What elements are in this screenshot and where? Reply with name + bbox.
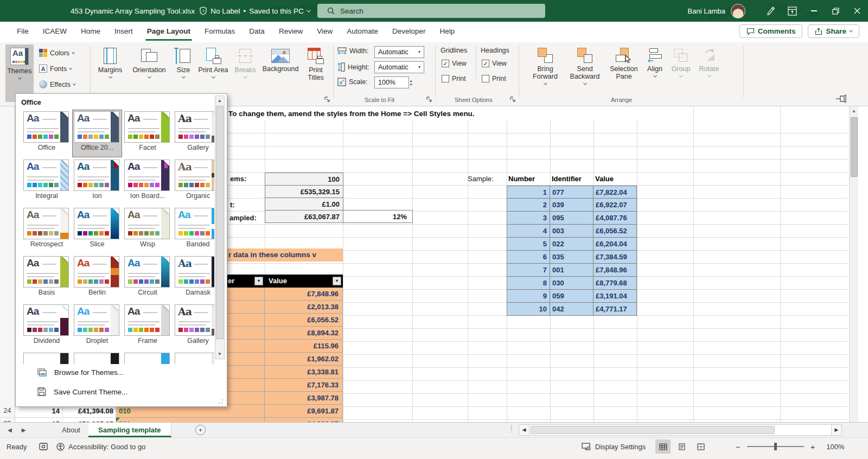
close-button[interactable]	[846, 0, 868, 22]
sheet-options-dialog-launcher[interactable]	[509, 95, 516, 103]
user-name[interactable]: Bani Lamba	[688, 7, 725, 15]
sheet-nav-left-icon[interactable]: ◀	[8, 427, 12, 433]
vertical-scroll-thumb[interactable]	[851, 117, 858, 177]
number-cell[interactable]: 15	[15, 418, 63, 422]
value-cell[interactable]: £7,848.96	[265, 288, 343, 301]
sample-cell[interactable]: £4,771.17	[593, 303, 637, 316]
sheet-tab-sampling-template[interactable]: Sampling template	[88, 423, 171, 437]
ribbon-tab-automate[interactable]: Automate	[340, 22, 385, 42]
summary-value-cell[interactable]: £1.00	[265, 197, 343, 211]
theme-retrospect[interactable]: AaRetrospect	[22, 207, 71, 253]
sample-cell[interactable]: £7,822.04	[593, 186, 637, 199]
theme-gallery[interactable]: AaGallery	[174, 110, 214, 157]
sample-cell[interactable]: 059	[550, 290, 593, 303]
page-layout-view-button[interactable]	[674, 439, 690, 454]
minimize-button[interactable]	[803, 0, 825, 22]
sample-cell[interactable]: 10	[507, 303, 550, 316]
comments-button[interactable]: Comments	[739, 24, 803, 38]
horizontal-scroll-thumb[interactable]	[531, 426, 775, 434]
scale-spinner[interactable]: ▴▾	[410, 76, 418, 88]
gridlines-view-checkbox[interactable]: ✓View	[442, 60, 467, 67]
height-select[interactable]: Automatic▾	[374, 61, 424, 73]
print-titles-button[interactable]: Print Titles	[302, 44, 330, 102]
horizontal-scrollbar[interactable]: ◀ ▶	[519, 424, 842, 436]
macro-record-button[interactable]	[39, 438, 48, 455]
align-button[interactable]: Align	[643, 44, 666, 102]
resize-grip[interactable]	[218, 399, 224, 404]
sample-cell[interactable]: 030	[550, 277, 593, 290]
value-cell[interactable]: £1,962.02	[265, 353, 343, 366]
value-cell[interactable]: £115.96	[265, 340, 343, 353]
theme-slice[interactable]: AaSlice	[73, 207, 122, 253]
summary-value-cell[interactable]: 100	[265, 173, 343, 186]
filter-button[interactable]: ▾	[333, 277, 341, 285]
pane-splitter[interactable]: ⋮⋮	[509, 425, 515, 432]
sample-cell[interactable]: 001	[550, 264, 593, 277]
ribbon-tab-insert[interactable]: Insert	[107, 22, 140, 42]
value-header-cell[interactable]: Value ▾	[265, 275, 343, 288]
scroll-right-icon[interactable]: ▶	[831, 424, 842, 436]
value-cell[interactable]: £2,013.38	[265, 301, 343, 314]
ink-pen-button[interactable]	[760, 0, 781, 22]
gallery-scroll-thumb[interactable]	[216, 106, 224, 339]
theme-integral[interactable]: AaIntegral	[22, 158, 71, 205]
sample-cell[interactable]: £6,056.52	[593, 225, 637, 238]
breaks-button[interactable]: Breaks	[231, 44, 259, 102]
theme-office-20-[interactable]: AaOffice 20...	[73, 110, 122, 157]
ribbon-tab-review[interactable]: Review	[272, 22, 310, 42]
group-button[interactable]: Group	[667, 44, 694, 102]
selection-pane-button[interactable]: Selection Pane	[607, 44, 641, 102]
row-header-column[interactable]	[0, 106, 15, 422]
sample-cell[interactable]: £6,922.07	[593, 199, 637, 212]
browse-for-themes-item[interactable]: Browse for Themes...	[16, 364, 211, 380]
theme-banded[interactable]: AaBanded	[174, 207, 214, 253]
zoom-level[interactable]: 100%	[822, 443, 845, 451]
sample-cell[interactable]: 9	[507, 290, 550, 303]
width-select[interactable]: Automatic▾	[374, 46, 424, 58]
sample-cell[interactable]: 6	[507, 251, 550, 264]
theme-organic[interactable]: AaOrganic	[174, 158, 214, 205]
scroll-left-icon[interactable]: ◀	[519, 424, 529, 436]
value-cell[interactable]: £6,056.52	[265, 314, 343, 327]
avatar[interactable]	[731, 4, 745, 18]
value-cell[interactable]: £3,338.81	[265, 366, 343, 379]
gridlines-print-checkbox[interactable]: Print	[442, 75, 466, 82]
sample-header-value[interactable]: Value	[595, 173, 614, 186]
sample-cell[interactable]: 035	[550, 251, 593, 264]
sample-cell[interactable]: 2	[507, 199, 550, 212]
cumulative-cell[interactable]: £51,085.95	[63, 418, 116, 422]
theme-damask[interactable]: AaDamask	[174, 255, 214, 302]
sample-cell[interactable]: 077	[550, 186, 593, 199]
gallery-scrollbar[interactable]: ▲ ▼	[215, 95, 225, 359]
fonts-button[interactable]: A Fonts	[39, 65, 72, 73]
theme-partial[interactable]	[23, 353, 69, 364]
sample-cell[interactable]: 042	[550, 303, 593, 316]
theme-office[interactable]: AaOffice	[22, 110, 71, 157]
value-cell[interactable]: £3,987.78	[265, 392, 343, 405]
sample-header-number[interactable]: Number	[508, 173, 535, 186]
search-box[interactable]: Search	[317, 4, 545, 18]
theme-ion-board-[interactable]: AaIon Board...	[123, 158, 172, 205]
theme-partial[interactable]	[124, 353, 170, 364]
theme-partial[interactable]	[74, 353, 119, 364]
sheet-nav-right-icon[interactable]: ▶	[22, 427, 26, 433]
ribbon-tab-icaew[interactable]: ICAEW	[36, 22, 74, 42]
sample-header-identifier[interactable]: Identifier	[552, 173, 582, 186]
theme-partial[interactable]	[175, 353, 214, 364]
normal-view-button[interactable]	[655, 439, 671, 454]
theme-basis[interactable]: AaBasis	[22, 255, 71, 302]
theme-berlin[interactable]: AaBerlin	[73, 255, 122, 302]
colors-button[interactable]: Colors	[39, 49, 74, 57]
theme-dividend[interactable]: AaDividend	[22, 303, 71, 350]
new-sheet-button[interactable]: +	[195, 425, 206, 435]
value-cell[interactable]: £4,398.97	[265, 418, 343, 422]
zoom-slider-thumb[interactable]	[774, 443, 777, 450]
summary-label[interactable]: ampled:	[229, 212, 257, 225]
theme-facet[interactable]: AaFacet	[123, 110, 172, 157]
summary-value-cell[interactable]: £535,329.15	[265, 185, 343, 198]
sample-cell[interactable]: £7,384.59	[593, 251, 637, 264]
ribbon-tab-page-layout[interactable]: Page Layout	[140, 22, 197, 42]
send-backward-button[interactable]: Send Backward	[565, 44, 604, 102]
sample-cell[interactable]: 039	[550, 199, 593, 212]
sample-cell[interactable]: 7	[507, 264, 550, 277]
